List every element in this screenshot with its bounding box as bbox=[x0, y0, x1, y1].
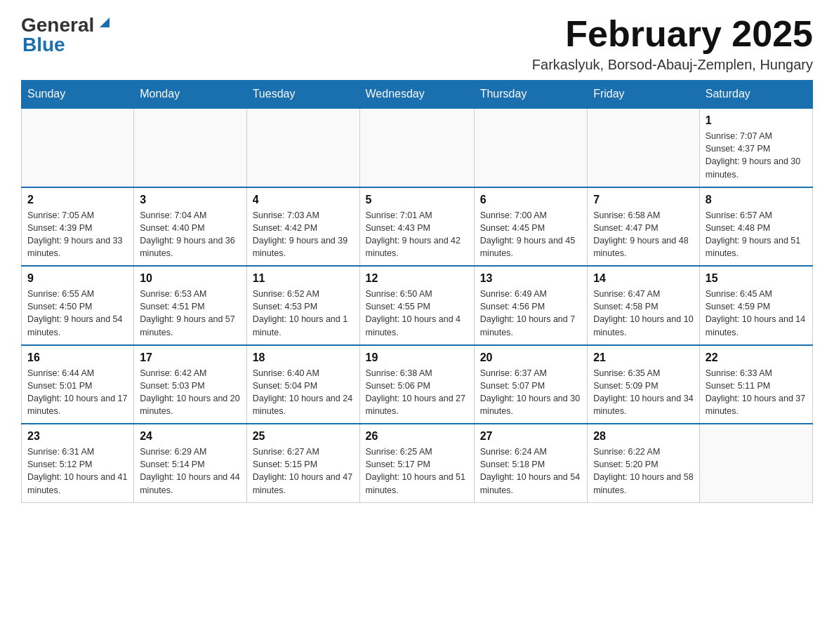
day-number: 22 bbox=[706, 351, 807, 364]
week-row-4: 16Sunrise: 6:44 AM Sunset: 5:01 PM Dayli… bbox=[22, 345, 813, 424]
column-header-thursday: Thursday bbox=[474, 81, 587, 109]
calendar-cell: 15Sunrise: 6:45 AM Sunset: 4:59 PM Dayli… bbox=[699, 266, 812, 345]
calendar-cell: 14Sunrise: 6:47 AM Sunset: 4:58 PM Dayli… bbox=[588, 266, 700, 345]
calendar-cell: 27Sunrise: 6:24 AM Sunset: 5:18 PM Dayli… bbox=[474, 424, 587, 502]
week-row-3: 9Sunrise: 6:55 AM Sunset: 4:50 PM Daylig… bbox=[22, 266, 813, 345]
day-info: Sunrise: 6:37 AM Sunset: 5:07 PM Dayligh… bbox=[480, 367, 581, 418]
calendar-cell: 23Sunrise: 6:31 AM Sunset: 5:12 PM Dayli… bbox=[22, 424, 134, 502]
day-number: 18 bbox=[253, 351, 354, 364]
day-number: 13 bbox=[480, 272, 581, 285]
day-number: 25 bbox=[253, 430, 354, 443]
calendar-cell: 2Sunrise: 7:05 AM Sunset: 4:39 PM Daylig… bbox=[22, 187, 134, 267]
day-info: Sunrise: 7:03 AM Sunset: 4:42 PM Dayligh… bbox=[253, 209, 354, 260]
day-info: Sunrise: 6:24 AM Sunset: 5:18 PM Dayligh… bbox=[480, 445, 581, 497]
day-info: Sunrise: 6:22 AM Sunset: 5:20 PM Dayligh… bbox=[593, 445, 694, 497]
svg-marker-0 bbox=[100, 18, 110, 27]
day-number: 3 bbox=[140, 194, 240, 206]
calendar-cell bbox=[588, 108, 700, 187]
day-number: 6 bbox=[480, 194, 581, 206]
day-info: Sunrise: 7:05 AM Sunset: 4:39 PM Dayligh… bbox=[27, 209, 128, 260]
calendar-cell: 18Sunrise: 6:40 AM Sunset: 5:04 PM Dayli… bbox=[246, 345, 359, 424]
location-subtitle: Farkaslyuk, Borsod-Abauj-Zemplen, Hungar… bbox=[532, 57, 813, 73]
day-number: 5 bbox=[366, 194, 468, 206]
day-number: 23 bbox=[27, 430, 128, 443]
day-info: Sunrise: 6:33 AM Sunset: 5:11 PM Dayligh… bbox=[706, 367, 807, 418]
day-number: 9 bbox=[27, 272, 128, 285]
day-number: 4 bbox=[253, 194, 354, 206]
day-info: Sunrise: 6:40 AM Sunset: 5:04 PM Dayligh… bbox=[253, 367, 354, 418]
calendar-header-row: SundayMondayTuesdayWednesdayThursdayFrid… bbox=[22, 81, 813, 109]
calendar-cell bbox=[359, 108, 474, 187]
day-number: 10 bbox=[140, 272, 240, 285]
day-number: 19 bbox=[366, 351, 468, 364]
day-info: Sunrise: 7:07 AM Sunset: 4:37 PM Dayligh… bbox=[706, 130, 807, 181]
calendar-cell: 8Sunrise: 6:57 AM Sunset: 4:48 PM Daylig… bbox=[699, 187, 812, 267]
day-info: Sunrise: 6:44 AM Sunset: 5:01 PM Dayligh… bbox=[27, 367, 128, 418]
column-header-tuesday: Tuesday bbox=[246, 81, 359, 109]
calendar-cell: 13Sunrise: 6:49 AM Sunset: 4:56 PM Dayli… bbox=[474, 266, 587, 345]
week-row-5: 23Sunrise: 6:31 AM Sunset: 5:12 PM Dayli… bbox=[22, 424, 813, 502]
day-info: Sunrise: 6:53 AM Sunset: 4:51 PM Dayligh… bbox=[140, 288, 240, 339]
calendar-cell: 4Sunrise: 7:03 AM Sunset: 4:42 PM Daylig… bbox=[246, 187, 359, 267]
calendar-cell: 7Sunrise: 6:58 AM Sunset: 4:47 PM Daylig… bbox=[588, 187, 700, 267]
calendar-cell: 17Sunrise: 6:42 AM Sunset: 5:03 PM Dayli… bbox=[134, 345, 246, 424]
calendar-cell: 22Sunrise: 6:33 AM Sunset: 5:11 PM Dayli… bbox=[699, 345, 812, 424]
page-header: General Blue February 2025 Farkaslyuk, B… bbox=[21, 14, 813, 73]
day-info: Sunrise: 6:55 AM Sunset: 4:50 PM Dayligh… bbox=[27, 288, 128, 339]
day-number: 26 bbox=[366, 430, 468, 443]
day-number: 21 bbox=[593, 351, 694, 364]
day-info: Sunrise: 6:35 AM Sunset: 5:09 PM Dayligh… bbox=[593, 367, 694, 418]
calendar-cell bbox=[246, 108, 359, 187]
calendar-cell: 24Sunrise: 6:29 AM Sunset: 5:14 PM Dayli… bbox=[134, 424, 246, 502]
column-header-wednesday: Wednesday bbox=[359, 81, 474, 109]
day-info: Sunrise: 6:42 AM Sunset: 5:03 PM Dayligh… bbox=[140, 367, 240, 418]
calendar-table: SundayMondayTuesdayWednesdayThursdayFrid… bbox=[21, 80, 813, 503]
logo: General Blue bbox=[21, 14, 112, 56]
day-info: Sunrise: 6:58 AM Sunset: 4:47 PM Dayligh… bbox=[593, 209, 694, 260]
logo-text-blue: Blue bbox=[22, 34, 65, 56]
calendar-cell: 25Sunrise: 6:27 AM Sunset: 5:15 PM Dayli… bbox=[246, 424, 359, 502]
calendar-cell: 12Sunrise: 6:50 AM Sunset: 4:55 PM Dayli… bbox=[359, 266, 474, 345]
day-number: 28 bbox=[593, 430, 694, 443]
week-row-1: 1Sunrise: 7:07 AM Sunset: 4:37 PM Daylig… bbox=[22, 108, 813, 187]
day-number: 12 bbox=[366, 272, 468, 285]
calendar-cell: 10Sunrise: 6:53 AM Sunset: 4:51 PM Dayli… bbox=[134, 266, 246, 345]
day-number: 8 bbox=[706, 194, 807, 206]
column-header-saturday: Saturday bbox=[699, 81, 812, 109]
calendar-cell bbox=[22, 108, 134, 187]
month-title: February 2025 bbox=[532, 14, 813, 54]
calendar-cell bbox=[699, 424, 812, 502]
column-header-friday: Friday bbox=[588, 81, 700, 109]
day-info: Sunrise: 6:52 AM Sunset: 4:53 PM Dayligh… bbox=[253, 288, 354, 339]
calendar-cell bbox=[134, 108, 246, 187]
logo-triangle-icon bbox=[97, 15, 112, 30]
calendar-cell: 3Sunrise: 7:04 AM Sunset: 4:40 PM Daylig… bbox=[134, 187, 246, 267]
column-header-monday: Monday bbox=[134, 81, 246, 109]
title-area: February 2025 Farkaslyuk, Borsod-Abauj-Z… bbox=[532, 14, 813, 73]
calendar-cell: 26Sunrise: 6:25 AM Sunset: 5:17 PM Dayli… bbox=[359, 424, 474, 502]
day-number: 2 bbox=[27, 194, 128, 206]
day-number: 15 bbox=[706, 272, 807, 285]
day-info: Sunrise: 7:00 AM Sunset: 4:45 PM Dayligh… bbox=[480, 209, 581, 260]
calendar-cell: 9Sunrise: 6:55 AM Sunset: 4:50 PM Daylig… bbox=[22, 266, 134, 345]
day-info: Sunrise: 6:29 AM Sunset: 5:14 PM Dayligh… bbox=[140, 445, 240, 497]
day-number: 14 bbox=[593, 272, 694, 285]
day-info: Sunrise: 7:04 AM Sunset: 4:40 PM Dayligh… bbox=[140, 209, 240, 260]
day-number: 7 bbox=[593, 194, 694, 206]
day-number: 16 bbox=[27, 351, 128, 364]
day-number: 1 bbox=[706, 114, 807, 127]
calendar-cell: 11Sunrise: 6:52 AM Sunset: 4:53 PM Dayli… bbox=[246, 266, 359, 345]
day-info: Sunrise: 6:50 AM Sunset: 4:55 PM Dayligh… bbox=[366, 288, 468, 339]
day-info: Sunrise: 6:38 AM Sunset: 5:06 PM Dayligh… bbox=[366, 367, 468, 418]
column-header-sunday: Sunday bbox=[22, 81, 134, 109]
calendar-cell: 6Sunrise: 7:00 AM Sunset: 4:45 PM Daylig… bbox=[474, 187, 587, 267]
day-info: Sunrise: 6:49 AM Sunset: 4:56 PM Dayligh… bbox=[480, 288, 581, 339]
day-info: Sunrise: 6:45 AM Sunset: 4:59 PM Dayligh… bbox=[706, 288, 807, 339]
day-number: 11 bbox=[253, 272, 354, 285]
day-info: Sunrise: 6:47 AM Sunset: 4:58 PM Dayligh… bbox=[593, 288, 694, 339]
day-number: 20 bbox=[480, 351, 581, 364]
day-number: 27 bbox=[480, 430, 581, 443]
day-number: 24 bbox=[140, 430, 240, 443]
calendar-cell: 16Sunrise: 6:44 AM Sunset: 5:01 PM Dayli… bbox=[22, 345, 134, 424]
calendar-cell: 1Sunrise: 7:07 AM Sunset: 4:37 PM Daylig… bbox=[699, 108, 812, 187]
